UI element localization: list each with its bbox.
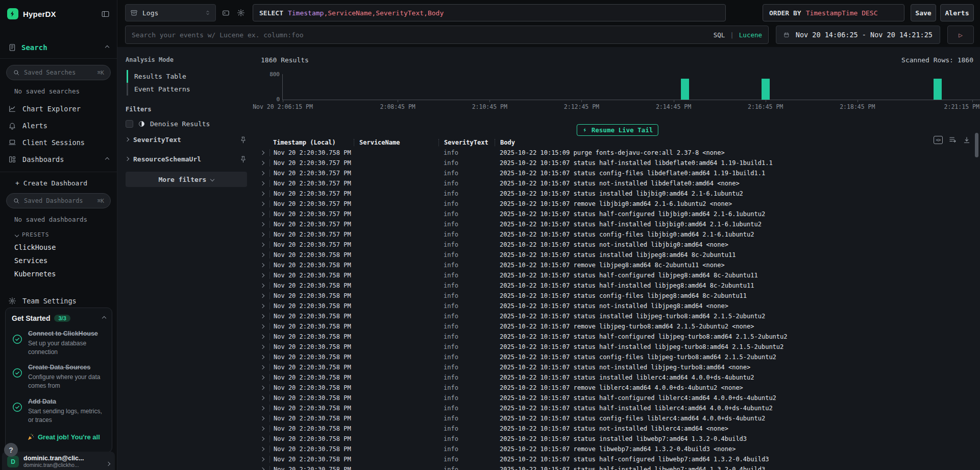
select-columns-input[interactable]: SELECT Timestamp ,ServiceName,SeverityTe…	[253, 4, 726, 21]
event-search-box[interactable]: SQL | Lucene	[125, 26, 769, 44]
table-row[interactable]: Nov 20 2:20:30.758 PM info 2025-10-22 10…	[255, 403, 973, 413]
table-row[interactable]: Nov 20 2:20:30.757 PM info 2025-10-22 10…	[255, 178, 973, 189]
table-row[interactable]: Nov 20 2:20:30.758 PM info 2025-10-22 10…	[255, 301, 973, 311]
create-dashboard-button[interactable]: + Create Dashboard	[0, 172, 117, 187]
table-row[interactable]: Nov 20 2:20:30.758 PM info 2025-10-22 10…	[255, 311, 973, 321]
sidebar-collapse-icon[interactable]	[101, 10, 110, 18]
saved-searches-input[interactable]: ⌘K	[6, 65, 111, 80]
table-row[interactable]: Nov 20 2:20:30.757 PM info 2025-10-22 10…	[255, 189, 973, 199]
mode-results-table[interactable]: Results Table	[127, 70, 247, 83]
histogram-bar[interactable]	[762, 79, 770, 100]
language-lucene-toggle[interactable]: Lucene	[739, 31, 762, 39]
table-row[interactable]: Nov 20 2:20:30.757 PM info 2025-10-22 10…	[255, 240, 973, 250]
histogram-bar[interactable]	[934, 79, 942, 100]
order-by-input[interactable]: ORDER BY TimestampTime DESC	[763, 4, 904, 21]
expand-row-icon[interactable]	[260, 263, 264, 267]
table-row[interactable]: Nov 20 2:20:30.757 PM info 2025-10-22 10…	[255, 229, 973, 240]
event-search-input[interactable]	[132, 31, 708, 39]
table-row[interactable]: Nov 20 2:20:30.758 PM info 2025-10-22 10…	[255, 260, 973, 270]
expand-row-icon[interactable]	[260, 243, 264, 247]
alerts-button[interactable]: Alerts	[940, 4, 974, 21]
save-button[interactable]: Save	[911, 4, 936, 21]
expand-row-icon[interactable]	[260, 222, 264, 226]
expand-row-icon[interactable]	[260, 427, 264, 431]
expand-row-icon[interactable]	[260, 192, 264, 196]
date-range-picker[interactable]: Nov 20 14:06:25 - Nov 20 14:21:25	[776, 26, 940, 44]
expand-row-icon[interactable]	[260, 467, 264, 470]
pin-icon[interactable]	[239, 136, 247, 144]
expand-row-icon[interactable]	[260, 304, 264, 308]
expand-row-icon[interactable]	[260, 365, 264, 369]
source-settings-gear-icon[interactable]	[235, 4, 247, 21]
expand-row-icon[interactable]	[260, 396, 264, 400]
filter-group-resourceschemaurl[interactable]: ResourceSchemaUrl	[126, 151, 247, 167]
mode-event-patterns[interactable]: Event Patterns	[127, 83, 247, 96]
expand-row-icon[interactable]	[260, 314, 264, 318]
table-row[interactable]: Nov 20 2:20:30.757 PM info 2025-10-22 10…	[255, 158, 973, 168]
saved-dashboards-field[interactable]	[24, 197, 93, 204]
table-row[interactable]: Nov 20 2:20:30.758 PM info 2025-10-22 10…	[255, 424, 973, 434]
denoise-checkbox[interactable]	[126, 120, 133, 128]
expand-row-icon[interactable]	[260, 437, 264, 441]
table-row[interactable]: Nov 20 2:20:30.758 PM info 2025-10-22 10…	[255, 250, 973, 260]
table-row[interactable]: Nov 20 2:20:30.758 PM info 2025-10-22 10…	[255, 372, 973, 383]
user-profile[interactable]: D dominic.tran@clic... dominic.tran@clic…	[2, 452, 115, 470]
sidebar-item-team-settings[interactable]: Team Settings	[0, 292, 117, 309]
denoise-results-toggle[interactable]: Denoise Results	[126, 120, 247, 128]
events-histogram[interactable]: 800 0 Nov 20 2:06:15 PM2:08:45 PM2:10:45…	[282, 74, 980, 100]
expand-row-icon[interactable]	[260, 345, 264, 349]
histogram-bar[interactable]	[681, 79, 689, 100]
presets-header[interactable]: PRESETS	[0, 223, 117, 238]
expand-row-icon[interactable]	[260, 294, 264, 298]
run-query-button[interactable]: ▷	[947, 26, 974, 44]
preset-kubernetes[interactable]: Kubernetes	[0, 265, 117, 278]
expand-row-icon[interactable]	[260, 273, 264, 277]
sidebar-item-alerts[interactable]: Alerts	[0, 117, 117, 134]
expand-row-icon[interactable]	[260, 355, 264, 359]
help-button[interactable]: ?	[4, 443, 18, 457]
table-row[interactable]: Nov 20 2:20:30.757 PM info 2025-10-22 10…	[255, 168, 973, 178]
table-row[interactable]: Nov 20 2:20:30.758 PM info 2025-10-22 10…	[255, 413, 973, 424]
table-row[interactable]: Nov 20 2:20:30.758 PM info 2025-10-22 10…	[255, 393, 973, 403]
table-row[interactable]: Nov 20 2:20:30.758 PM info 2025-10-22 10…	[255, 291, 973, 301]
table-row[interactable]: Nov 20 2:20:30.758 PM info 2025-10-22 10…	[255, 148, 973, 158]
source-select[interactable]: Logs	[125, 4, 216, 21]
table-row[interactable]: Nov 20 2:20:30.758 PM info 2025-10-22 10…	[255, 383, 973, 393]
sidebar-item-search[interactable]: Search	[0, 41, 117, 54]
expand-row-icon[interactable]	[260, 232, 264, 237]
table-row[interactable]: Nov 20 2:20:30.758 PM info 2025-10-22 10…	[255, 321, 973, 332]
expand-row-icon[interactable]	[260, 212, 264, 216]
filter-group-severitytext[interactable]: SeverityText	[126, 132, 247, 147]
expand-row-icon[interactable]	[260, 151, 264, 155]
table-row[interactable]: Nov 20 2:20:30.758 PM info 2025-10-22 10…	[255, 270, 973, 280]
sidebar-item-chart-explorer[interactable]: Chart Explorer	[0, 100, 117, 117]
expand-row-icon[interactable]	[260, 202, 264, 206]
resume-live-tail-button[interactable]: Resume Live Tail	[577, 124, 658, 136]
expand-row-icon[interactable]	[260, 375, 264, 380]
table-scrollbar-thumb[interactable]	[975, 133, 978, 157]
table-row[interactable]: Nov 20 2:20:30.758 PM info 2025-10-22 10…	[255, 342, 973, 352]
expand-row-icon[interactable]	[260, 416, 264, 420]
expand-row-icon[interactable]	[260, 181, 264, 185]
expand-row-icon[interactable]	[260, 406, 264, 410]
expand-row-icon[interactable]	[260, 161, 264, 165]
pin-icon[interactable]	[239, 155, 247, 163]
expand-row-icon[interactable]	[260, 324, 264, 328]
table-row[interactable]: Nov 20 2:20:30.758 PM info 2025-10-22 10…	[255, 464, 973, 470]
table-row[interactable]: Nov 20 2:20:30.758 PM info 2025-10-22 10…	[255, 454, 973, 464]
expand-row-icon[interactable]	[260, 253, 264, 257]
table-row[interactable]: Nov 20 2:20:30.758 PM info 2025-10-22 10…	[255, 444, 973, 454]
expand-row-icon[interactable]	[260, 386, 264, 390]
chevron-up-icon[interactable]	[102, 316, 106, 320]
saved-dashboards-input[interactable]: ⌘K	[6, 193, 111, 208]
table-row[interactable]: Nov 20 2:20:30.757 PM info 2025-10-22 10…	[255, 199, 973, 209]
source-field-icon[interactable]	[220, 4, 231, 21]
expand-row-icon[interactable]	[260, 284, 264, 288]
preset-clickhouse[interactable]: ClickHouse	[0, 238, 117, 251]
table-row[interactable]: Nov 20 2:20:30.758 PM info 2025-10-22 10…	[255, 280, 973, 291]
more-filters-button[interactable]: More filters	[126, 172, 247, 187]
table-row[interactable]: Nov 20 2:20:30.758 PM info 2025-10-22 10…	[255, 362, 973, 372]
language-sql-toggle[interactable]: SQL	[714, 31, 725, 39]
saved-searches-field[interactable]	[24, 69, 93, 76]
sidebar-item-client-sessions[interactable]: Client Sessions	[0, 134, 117, 151]
